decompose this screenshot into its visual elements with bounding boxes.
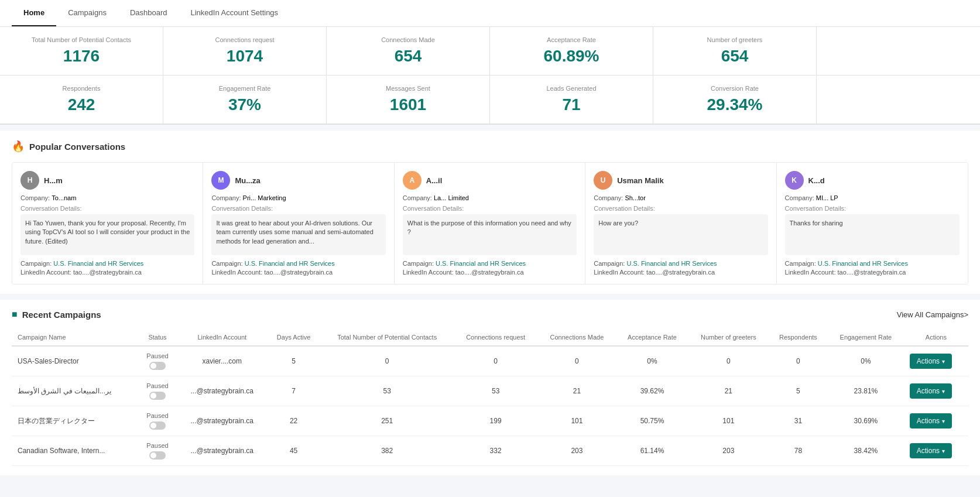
stat-cell-row2-empty xyxy=(817,76,980,124)
campaign-name: Canadian Software, Intern... xyxy=(12,436,138,466)
conversation-card-1[interactable]: M Mu...za Company: Pri... Marketing Conv… xyxy=(203,163,394,284)
table-row: Canadian Software, Intern... Paused ...@… xyxy=(12,436,968,466)
potential-contacts: 251 xyxy=(321,406,454,436)
linkedin-account: LinkedIn Account: tao....@strategybrain.… xyxy=(20,269,194,276)
conversation-card-0[interactable]: H H...m Company: To...nam Conversation D… xyxy=(12,163,203,284)
column-header-number-of-greeters: Number of greeters xyxy=(688,329,769,346)
navigation: HomeCampaignsDashboardLinkedIn Account S… xyxy=(0,0,980,27)
campaign-status: Paused xyxy=(138,346,177,376)
stat-cell-0: Total Number of Potential Contacts1176 xyxy=(0,27,163,75)
nav-item-dashboard[interactable]: Dashboard xyxy=(118,0,179,26)
campaign-label: Campaign: U.S. Financial and HR Services xyxy=(785,260,960,267)
status-text: Paused xyxy=(146,412,168,419)
conversation-details-label: Conversation Details: xyxy=(785,205,960,212)
stat-label: Acceptance Rate xyxy=(502,36,641,43)
company: Company: To...nam xyxy=(20,194,194,201)
respondents: 31 xyxy=(769,406,828,436)
potential-contacts: 382 xyxy=(321,436,454,466)
conversations-grid: H H...m Company: To...nam Conversation D… xyxy=(12,162,968,285)
stat-label: Connections Made xyxy=(338,36,478,43)
status-text: Paused xyxy=(146,352,168,359)
stat-value: 242 xyxy=(12,95,151,114)
column-header-linkedin-account: LinkedIn Account xyxy=(177,329,266,346)
engagement-rate: 0% xyxy=(828,346,904,376)
nav-item-campaigns[interactable]: Campaigns xyxy=(56,0,118,26)
number-greeters: 203 xyxy=(688,436,769,466)
stat-value: 1074 xyxy=(175,47,314,66)
person-name: Mu...za xyxy=(235,176,260,185)
column-header-actions: Actions xyxy=(904,329,968,346)
connections-request: 53 xyxy=(454,376,538,406)
column-header-campaign-name: Campaign Name xyxy=(12,329,138,346)
avatar: M xyxy=(211,171,230,190)
company: Company: Sh...tor xyxy=(594,194,767,201)
stat-value: 29.34% xyxy=(665,95,804,114)
stat-value: 654 xyxy=(338,47,478,66)
company: Company: Pri... Marketing xyxy=(211,194,385,201)
linkedin-account: LinkedIn Account: tao....@strategybrain.… xyxy=(785,269,960,276)
status-toggle[interactable] xyxy=(149,421,166,430)
campaigns-icon: ■ xyxy=(12,309,18,320)
engagement-rate: 30.69% xyxy=(828,406,904,436)
days-active: 22 xyxy=(266,406,320,436)
stat-label: Messages Sent xyxy=(338,85,478,92)
nav-item-linkedin-account-settings[interactable]: LinkedIn Account Settings xyxy=(179,0,290,26)
status-toggle[interactable] xyxy=(149,392,166,400)
stat-cell-4: Number of greeters654 xyxy=(653,27,817,75)
conversation-message: Thanks for sharing xyxy=(785,214,960,255)
column-header-total-number-of-potential-contacts: Total Number of Potential Contacts xyxy=(321,329,454,346)
campaigns-table: Campaign NameStatusLinkedIn AccountDays … xyxy=(12,329,968,466)
conversation-details-label: Conversation Details: xyxy=(211,205,385,212)
stat-label: Engagement Rate xyxy=(175,85,314,92)
conversation-message: What is the purpose of this information … xyxy=(403,214,577,255)
respondents: 78 xyxy=(769,436,828,466)
campaign-label: Campaign: U.S. Financial and HR Services xyxy=(211,260,385,267)
number-greeters: 101 xyxy=(688,406,769,436)
column-header-connections-made: Connections Made xyxy=(538,329,616,346)
stat-cell-3: Acceptance Rate60.89% xyxy=(490,27,653,75)
status-toggle[interactable] xyxy=(149,451,166,460)
connections-made: 21 xyxy=(538,376,616,406)
stat-cell-row2-3: Leads Generated71 xyxy=(490,76,653,124)
view-all-campaigns-link[interactable]: View All Campaigns> xyxy=(897,310,968,319)
potential-contacts: 0 xyxy=(321,346,454,376)
person-name: H...m xyxy=(44,176,63,185)
campaign-label: Campaign: U.S. Financial and HR Services xyxy=(403,260,577,267)
linkedin-account: ...@strategybrain.ca xyxy=(177,376,266,406)
conversation-card-2[interactable]: A A...il Company: La... Limited Conversa… xyxy=(395,163,585,284)
actions-cell: Actions xyxy=(904,376,968,406)
connections-made: 203 xyxy=(538,436,616,466)
potential-contacts: 53 xyxy=(321,376,454,406)
number-greeters: 21 xyxy=(688,376,769,406)
avatar: U xyxy=(594,171,612,190)
avatar: A xyxy=(403,171,422,190)
conversation-card-3[interactable]: U Usman Malik Company: Sh...tor Conversa… xyxy=(585,163,776,284)
stat-cell-row2-1: Engagement Rate37% xyxy=(163,76,327,124)
table-row: ير...المبيعات في الشرق الأوسط Paused ...… xyxy=(12,376,968,406)
actions-button[interactable]: Actions xyxy=(910,383,952,399)
connections-request: 0 xyxy=(454,346,538,376)
stat-label: Conversion Rate xyxy=(665,85,804,92)
campaign-status: Paused xyxy=(138,376,177,406)
conversation-card-4[interactable]: K K...d Company: MI... LP Conversation D… xyxy=(777,163,968,284)
person-name: A...il xyxy=(426,176,442,185)
status-text: Paused xyxy=(146,442,168,449)
conversation-message: It was great to hear about your AI-drive… xyxy=(211,214,385,255)
connections-request: 199 xyxy=(454,406,538,436)
stat-cell-empty xyxy=(817,27,980,75)
stat-value: 71 xyxy=(502,95,641,114)
status-text: Paused xyxy=(146,382,168,389)
stat-label: Total Number of Potential Contacts xyxy=(12,36,151,43)
actions-button[interactable]: Actions xyxy=(910,413,952,429)
company: Company: La... Limited xyxy=(403,194,577,201)
person-name: K...d xyxy=(808,176,825,185)
number-greeters: 0 xyxy=(688,346,769,376)
stat-label: Leads Generated xyxy=(502,85,641,92)
linkedin-account: LinkedIn Account: tao....@strategybrain.… xyxy=(211,269,385,276)
actions-cell: Actions xyxy=(904,406,968,436)
status-toggle[interactable] xyxy=(149,362,166,370)
actions-button[interactable]: Actions xyxy=(910,443,952,458)
person-name: Usman Malik xyxy=(617,176,663,185)
nav-item-home[interactable]: Home xyxy=(12,0,56,26)
actions-button[interactable]: Actions xyxy=(910,354,952,369)
